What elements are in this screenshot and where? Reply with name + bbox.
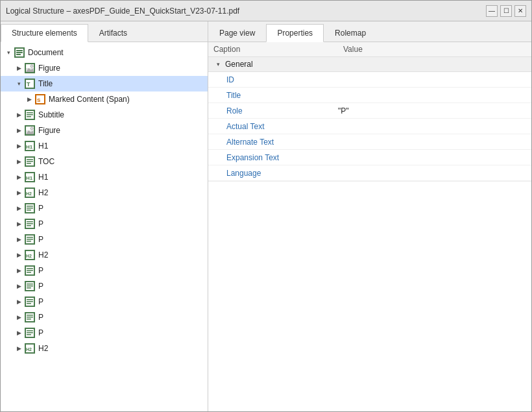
- tree-item-p6[interactable]: ▶ P: [1, 294, 208, 309]
- expand-document[interactable]: ▾: [3, 47, 14, 58]
- tab-structure-elements[interactable]: Structure elements: [1, 24, 88, 42]
- tree-label-h1-1: H1: [38, 141, 48, 151]
- tree-label-p2: P: [38, 219, 43, 228]
- left-panel: Structure elements Artifacts ▾: [1, 21, 208, 411]
- svg-rect-57: [27, 315, 33, 316]
- right-tab-bar: Page view Properties Rolemap: [208, 21, 531, 42]
- maximize-button[interactable]: ☐: [500, 5, 512, 17]
- tree-item-title[interactable]: ▾ T Title: [1, 76, 208, 91]
- expand-subtitle[interactable]: ▶: [14, 110, 24, 120]
- tree-item-p5[interactable]: ▶ P: [1, 278, 208, 294]
- tree-label-h2-1: H2: [38, 188, 48, 197]
- properties-content: Caption Value ▾ General ID: [208, 42, 531, 411]
- tree-label-p7: P: [38, 313, 43, 322]
- tree-label-title: Title: [38, 79, 53, 88]
- expand-toc[interactable]: ▶: [14, 156, 24, 167]
- p4-icon: [24, 265, 36, 276]
- expand-p6[interactable]: ▶: [14, 297, 24, 307]
- expand-title[interactable]: ▾: [14, 79, 24, 89]
- svg-rect-15: [27, 116, 31, 117]
- header-value: Value: [343, 45, 526, 54]
- svg-rect-1: [16, 50, 23, 51]
- p8-icon: [24, 327, 36, 339]
- document-icon: [14, 47, 25, 58]
- expand-p1[interactable]: ▶: [14, 203, 24, 213]
- prop-row-id: ID: [208, 72, 531, 88]
- tree-label-document: Document: [28, 48, 64, 57]
- tree-label-h2-2: H2: [38, 250, 48, 260]
- tree-item-h2-1[interactable]: ▶ H2 H2: [1, 185, 208, 200]
- tree-label-p8: P: [38, 328, 43, 337]
- svg-rect-41: [27, 241, 31, 242]
- svg-rect-25: [27, 163, 31, 164]
- prop-row-alternate-text: Alternate Text: [208, 134, 531, 150]
- p1-icon: [24, 202, 36, 214]
- svg-text:H2: H2: [26, 191, 32, 196]
- tab-rolemap[interactable]: Rolemap: [324, 24, 377, 42]
- expand-p3[interactable]: ▶: [14, 234, 24, 245]
- tree-item-p3[interactable]: ▶ P: [1, 232, 208, 247]
- prop-caption-alternate-text: Alternate Text: [226, 138, 338, 147]
- prop-caption-id: ID: [226, 75, 338, 84]
- close-button[interactable]: ✕: [514, 5, 526, 17]
- prop-caption-role: Role: [226, 106, 338, 115]
- svg-rect-37: [27, 225, 31, 226]
- prop-row-expansion-text: Expansion Text: [208, 150, 531, 165]
- tree-container[interactable]: ▾ Document ▶: [1, 42, 208, 411]
- tab-page-view[interactable]: Page view: [208, 24, 266, 42]
- expand-h2-3[interactable]: ▶: [14, 343, 24, 354]
- expand-h2-2[interactable]: ▶: [14, 250, 24, 260]
- tree-item-p8[interactable]: ▶ P: [1, 325, 208, 341]
- tree-item-h1-1[interactable]: ▶ H1 H1: [1, 138, 208, 154]
- expand-p5[interactable]: ▶: [14, 281, 24, 291]
- svg-text:S: S: [37, 97, 41, 103]
- figure2-icon: [24, 125, 36, 136]
- expand-h1-1[interactable]: ▶: [14, 141, 24, 151]
- minimize-button[interactable]: —: [486, 5, 498, 17]
- tree-item-toc[interactable]: ▶ TOC: [1, 154, 208, 169]
- tree-item-figure1[interactable]: ▶ Figure: [1, 60, 208, 76]
- expand-marked[interactable]: ▶: [24, 94, 34, 104]
- tree-item-p4[interactable]: ▶ P: [1, 263, 208, 278]
- figure1-icon: [24, 62, 36, 74]
- left-tab-bar: Structure elements Artifacts: [1, 21, 208, 42]
- tree-label-p1: P: [38, 204, 43, 213]
- main-content: Structure elements Artifacts ▾: [1, 21, 531, 411]
- tree-label-figure1: Figure: [38, 64, 60, 73]
- svg-rect-14: [27, 114, 33, 115]
- expand-figure1[interactable]: ▶: [14, 63, 24, 73]
- general-section-header[interactable]: ▾ General: [208, 57, 531, 72]
- tree-item-figure2[interactable]: ▶ Figure: [1, 123, 208, 138]
- expand-p7[interactable]: ▶: [14, 312, 24, 322]
- tree-label-subtitle: Subtitle: [38, 110, 64, 119]
- window-controls: — ☐ ✕: [486, 5, 526, 17]
- tree-item-p7[interactable]: ▶ P: [1, 309, 208, 325]
- tree-label-p4: P: [38, 266, 43, 275]
- tree-label-h2-3: H2: [38, 344, 48, 353]
- tree-item-p1[interactable]: ▶ P: [1, 200, 208, 216]
- expand-h1-2[interactable]: ▶: [14, 172, 24, 182]
- tree-item-p2[interactable]: ▶ P: [1, 216, 208, 232]
- svg-text:H2: H2: [26, 254, 32, 258]
- tree-item-h2-3[interactable]: ▶ H2 H2: [1, 341, 208, 356]
- svg-rect-24: [27, 161, 33, 162]
- p7-icon: [24, 311, 36, 323]
- tree-item-h1-2[interactable]: ▶ H1 H1: [1, 169, 208, 185]
- tree-item-h2-2[interactable]: ▶ H2 H2: [1, 247, 208, 263]
- tree-item-marked-content[interactable]: ▶ S Marked Content (Span): [1, 91, 208, 107]
- tree-item-subtitle[interactable]: ▶ Subtitle: [1, 107, 208, 123]
- tab-properties[interactable]: Properties: [266, 24, 324, 42]
- tab-artifacts[interactable]: Artifacts: [88, 24, 138, 42]
- expand-h2-1[interactable]: ▶: [14, 188, 24, 198]
- p5-icon: [24, 280, 36, 292]
- expand-p8[interactable]: ▶: [14, 328, 24, 338]
- title-icon: T: [24, 78, 36, 90]
- tree-item-document[interactable]: ▾ Document: [1, 45, 208, 60]
- svg-rect-54: [27, 301, 33, 302]
- h1-2-icon: H1: [24, 171, 36, 183]
- expand-p2[interactable]: ▶: [14, 219, 24, 229]
- svg-point-19: [30, 127, 33, 130]
- expand-p4[interactable]: ▶: [14, 265, 24, 276]
- tree-label-marked: Marked Content (Span): [49, 95, 130, 104]
- expand-figure2[interactable]: ▶: [14, 125, 24, 136]
